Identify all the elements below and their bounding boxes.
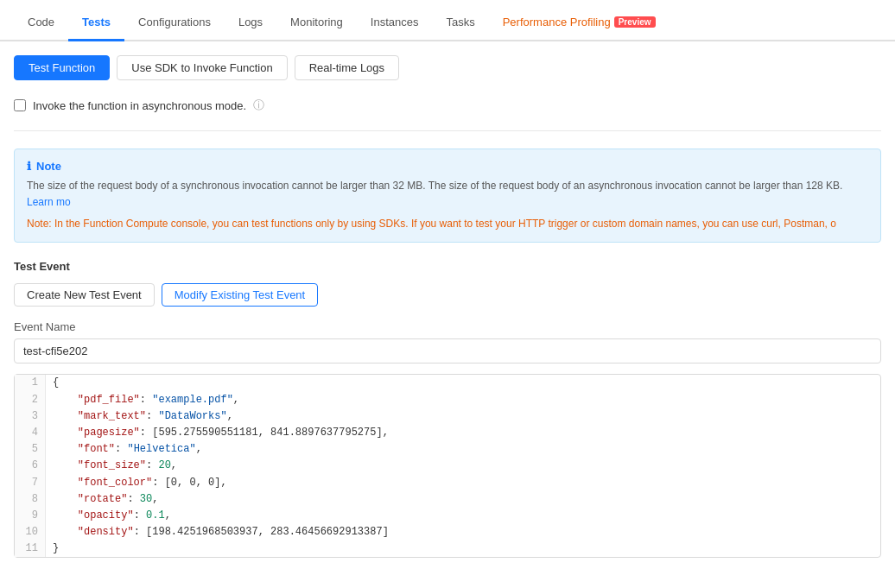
code-line: 2 "pdf_file": "example.pdf", bbox=[15, 392, 880, 408]
code-line: 9 "opacity": 0.1, bbox=[15, 508, 880, 524]
line-number: 11 bbox=[15, 541, 46, 557]
code-editor[interactable]: 1{2 "pdf_file": "example.pdf",3 "mark_te… bbox=[14, 374, 881, 558]
code-line: 3 "mark_text": "DataWorks", bbox=[15, 408, 880, 425]
async-checkbox-row: Invoke the function in asynchronous mode… bbox=[14, 98, 881, 131]
tab-instances[interactable]: Instances bbox=[357, 5, 433, 41]
preview-badge: Preview bbox=[614, 16, 656, 28]
test-event-section: Test Event Create New Test Event Modify … bbox=[14, 260, 881, 558]
code-line: 8 "rotate": 30, bbox=[15, 491, 880, 508]
line-number: 4 bbox=[15, 425, 46, 441]
line-content: "font_color": [0, 0, 0], bbox=[46, 475, 234, 491]
note-body: The size of the request body of a synchr… bbox=[27, 178, 868, 211]
note-main-text: The size of the request body of a synchr… bbox=[27, 180, 842, 192]
code-line: 5 "font": "Helvetica", bbox=[15, 441, 880, 458]
event-name-input[interactable] bbox=[14, 338, 881, 364]
tab-configurations[interactable]: Configurations bbox=[124, 5, 225, 41]
line-content: "font_size": 20, bbox=[46, 458, 184, 474]
line-number: 7 bbox=[15, 475, 46, 491]
tab-code[interactable]: Code bbox=[14, 5, 68, 41]
line-content: "opacity": 0.1, bbox=[46, 508, 178, 524]
line-content: { bbox=[46, 375, 66, 391]
line-number: 8 bbox=[15, 491, 46, 508]
note-title: ℹ Note bbox=[27, 160, 868, 173]
line-number: 9 bbox=[15, 508, 46, 524]
line-number: 5 bbox=[15, 441, 46, 458]
line-content: "density": [198.4251968503937, 283.46456… bbox=[46, 524, 396, 541]
line-content: "pdf_file": "example.pdf", bbox=[46, 392, 246, 408]
tab-performance-profiling[interactable]: Performance Profiling Preview bbox=[489, 5, 670, 41]
test-event-button-group: Create New Test Event Modify Existing Te… bbox=[14, 283, 881, 307]
line-number: 6 bbox=[15, 458, 46, 474]
test-event-title: Test Event bbox=[14, 260, 881, 273]
note-warning: Note: In the Function Compute console, y… bbox=[27, 216, 868, 231]
line-content: "mark_text": "DataWorks", bbox=[46, 408, 240, 425]
code-line: 6 "font_size": 20, bbox=[15, 458, 880, 474]
toolbar-buttons: Test Function Use SDK to Invoke Function… bbox=[14, 55, 881, 80]
create-new-test-event-button[interactable]: Create New Test Event bbox=[14, 283, 155, 307]
tab-monitoring[interactable]: Monitoring bbox=[276, 5, 357, 41]
note-box: ℹ Note The size of the request body of a… bbox=[14, 149, 881, 243]
line-content: } bbox=[46, 541, 66, 557]
performance-profiling-label: Performance Profiling bbox=[503, 16, 611, 28]
test-function-button[interactable]: Test Function bbox=[14, 55, 110, 80]
line-number: 3 bbox=[15, 408, 46, 425]
modify-existing-test-event-button[interactable]: Modify Existing Test Event bbox=[162, 283, 319, 307]
tab-tasks[interactable]: Tasks bbox=[432, 5, 488, 41]
code-line: 4 "pagesize": [595.275590551181, 841.889… bbox=[15, 425, 880, 441]
info-icon[interactable]: ⓘ bbox=[253, 98, 264, 113]
note-title-text: Note bbox=[36, 160, 61, 173]
content-area: Test Function Use SDK to Invoke Function… bbox=[0, 41, 895, 572]
line-number: 1 bbox=[15, 375, 46, 391]
learn-more-link[interactable]: Learn mo bbox=[27, 196, 71, 208]
line-content: "rotate": 30, bbox=[46, 491, 165, 508]
code-line: 10 "density": [198.4251968503937, 283.46… bbox=[15, 524, 880, 541]
async-checkbox-label: Invoke the function in asynchronous mode… bbox=[33, 99, 246, 112]
line-content: "pagesize": [595.275590551181, 841.88976… bbox=[46, 425, 396, 441]
info-circle-icon: ℹ bbox=[27, 160, 31, 173]
event-name-label: Event Name bbox=[14, 320, 881, 333]
realtime-logs-button[interactable]: Real-time Logs bbox=[295, 55, 399, 80]
line-number: 2 bbox=[15, 392, 46, 408]
async-checkbox[interactable] bbox=[14, 99, 26, 111]
tab-tests[interactable]: Tests bbox=[68, 5, 124, 41]
tab-logs[interactable]: Logs bbox=[225, 5, 276, 41]
code-line: 1{ bbox=[15, 375, 880, 391]
line-content: "font": "Helvetica", bbox=[46, 441, 209, 458]
code-line: 7 "font_color": [0, 0, 0], bbox=[15, 475, 880, 491]
use-sdk-button[interactable]: Use SDK to Invoke Function bbox=[117, 55, 287, 80]
nav-tabs: Code Tests Configurations Logs Monitorin… bbox=[0, 0, 895, 41]
line-number: 10 bbox=[15, 524, 46, 541]
code-line: 11} bbox=[15, 541, 880, 557]
